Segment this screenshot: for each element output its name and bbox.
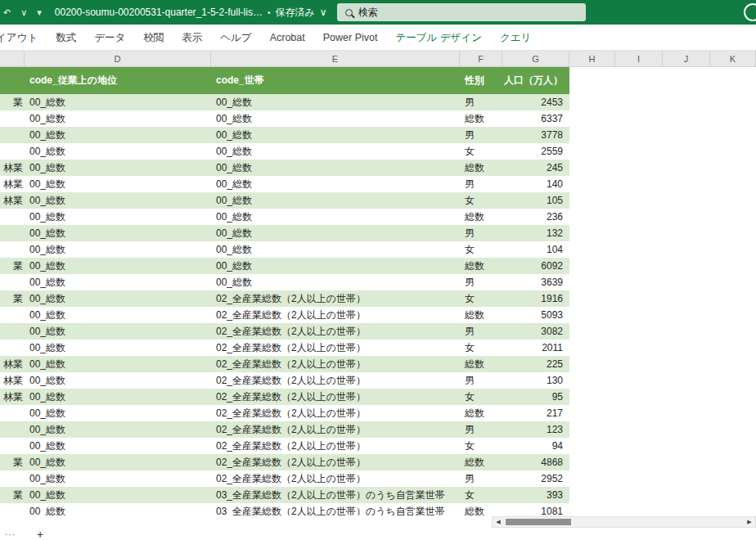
cell-code-household[interactable]: 00_総数 [211, 209, 460, 225]
empty-cells[interactable] [569, 225, 756, 241]
cell-code-position[interactable]: 00_総数 [25, 470, 211, 487]
cell-industry[interactable]: 業 [0, 454, 25, 470]
cell-sex[interactable]: 女 [460, 487, 502, 503]
ribbon-tab[interactable]: Power Pivot [314, 25, 387, 51]
empty-cells[interactable] [569, 176, 756, 192]
cell-sex[interactable]: 女 [460, 438, 502, 454]
cell-code-household[interactable]: 02_全産業総数（2人以上の世帯） [211, 421, 460, 438]
cell-industry[interactable] [0, 503, 25, 515]
cell-industry[interactable] [0, 421, 25, 438]
cell-population[interactable]: 105 [502, 192, 569, 209]
column-header-e[interactable]: E [211, 51, 460, 66]
empty-cells[interactable] [569, 143, 756, 160]
cell-code-household[interactable]: 00_総数 [211, 143, 460, 160]
cell-sex[interactable]: 女 [460, 192, 502, 209]
cell-code-household[interactable]: 00_総数 [211, 160, 460, 176]
cell-industry[interactable]: 業 [0, 258, 25, 274]
cell-code-position[interactable]: 00_総数 [25, 290, 211, 307]
empty-cells[interactable] [569, 340, 756, 356]
cell-sex[interactable]: 男 [460, 94, 502, 110]
cell-industry[interactable]: 林業 [0, 356, 25, 372]
cell-code-position[interactable]: 00_総数 [25, 110, 211, 127]
cell-code-household[interactable]: 02_全産業総数（2人以上の世帯） [211, 438, 460, 454]
cell-population[interactable]: 6092 [502, 258, 569, 274]
cell-sex[interactable]: 男 [460, 421, 502, 438]
cell-sex[interactable]: 女 [460, 389, 502, 405]
cell-code-position[interactable]: 00_総数 [25, 389, 211, 405]
cell-code-position[interactable]: 00_総数 [25, 372, 211, 389]
cell-code-household[interactable]: 03_全産業総数（2人以上の世帯）のうち自営業世帯 [211, 503, 460, 515]
empty-cells[interactable] [569, 192, 756, 209]
empty-cells[interactable] [569, 438, 756, 454]
empty-cells[interactable] [569, 503, 756, 515]
column-header-f[interactable]: F [460, 51, 502, 66]
cell-industry[interactable]: 林業 [0, 372, 25, 389]
cell-population[interactable]: 95 [502, 389, 569, 405]
cell-sex[interactable]: 総数 [460, 209, 502, 225]
empty-cells[interactable] [569, 290, 756, 307]
cell-code-household[interactable]: 00_総数 [211, 274, 460, 290]
cell-sex[interactable]: 男 [460, 323, 502, 340]
column-header-i[interactable]: I [615, 51, 663, 66]
empty-cells[interactable] [569, 372, 756, 389]
cell-industry[interactable] [0, 438, 25, 454]
cell-industry[interactable] [0, 470, 25, 487]
cell-population[interactable]: 6337 [502, 110, 569, 127]
cell-sex[interactable]: 女 [460, 241, 502, 258]
ribbon-tab[interactable]: クエリ [491, 25, 540, 51]
cell-code-position[interactable]: 00_総数 [25, 127, 211, 143]
cell-sex[interactable]: 総数 [460, 356, 502, 372]
cell-sex[interactable]: 女 [460, 290, 502, 307]
cell-population[interactable]: 1916 [502, 290, 569, 307]
cell-population[interactable]: 225 [502, 356, 569, 372]
cell-industry[interactable] [0, 307, 25, 323]
cell-industry[interactable]: 林業 [0, 160, 25, 176]
table-header-population[interactable]: 人口（万人） [502, 67, 569, 94]
cell-code-household[interactable]: 02_全産業総数（2人以上の世帯） [211, 290, 460, 307]
empty-cells[interactable] [569, 258, 756, 274]
cell-code-position[interactable]: 00_総数 [25, 274, 211, 290]
cell-industry[interactable]: 林業 [0, 192, 25, 209]
cell-code-household[interactable]: 02_全産業総数（2人以上の世帯） [211, 356, 460, 372]
column-header-k[interactable]: K [710, 51, 756, 66]
sheet-nav-icon[interactable]: ··· [0, 530, 16, 539]
cell-code-position[interactable]: 00_総数 [25, 503, 211, 515]
cell-sex[interactable]: 男 [460, 127, 502, 143]
cell-code-position[interactable]: 00_総数 [25, 356, 211, 372]
ribbon-tab[interactable]: イアウト [0, 25, 47, 51]
table-header-code-household[interactable]: code_世帯 [211, 67, 460, 94]
cell-code-household[interactable]: 02_全産業総数（2人以上の世帯） [211, 454, 460, 470]
cell-industry[interactable] [0, 323, 25, 340]
cell-population[interactable]: 217 [502, 405, 569, 421]
cell-code-position[interactable]: 00_総数 [25, 421, 211, 438]
empty-cells[interactable] [569, 209, 756, 225]
cell-sex[interactable]: 総数 [460, 454, 502, 470]
cell-code-position[interactable]: 00_総数 [25, 340, 211, 356]
cell-population[interactable]: 1081 [502, 503, 569, 515]
cell-industry[interactable]: 林業 [0, 389, 25, 405]
cell-population[interactable]: 130 [502, 372, 569, 389]
cell-population[interactable]: 393 [502, 487, 569, 503]
cell-population[interactable]: 3639 [502, 274, 569, 290]
cell-sex[interactable]: 総数 [460, 110, 502, 127]
cell-code-household[interactable]: 00_総数 [211, 127, 460, 143]
empty-cells[interactable] [569, 356, 756, 372]
cell-industry[interactable]: 林業 [0, 176, 25, 192]
cell-code-position[interactable]: 00_総数 [25, 454, 211, 470]
empty-cells[interactable] [569, 274, 756, 290]
cell-code-position[interactable]: 00_総数 [25, 258, 211, 274]
save-status[interactable]: 保存済み [275, 6, 314, 20]
cell-sex[interactable]: 総数 [460, 258, 502, 274]
cell-industry[interactable]: 業 [0, 487, 25, 503]
cell-code-position[interactable]: 00_総数 [25, 192, 211, 209]
ribbon-tab[interactable]: データ [85, 25, 134, 51]
cell-population[interactable]: 236 [502, 209, 569, 225]
undo-dropdown-caret-icon[interactable]: ∨ [20, 7, 27, 18]
cell-industry[interactable] [0, 127, 25, 143]
horizontal-scrollbar[interactable]: ◀ ▶ [492, 516, 756, 528]
cell-code-position[interactable]: 00_総数 [25, 241, 211, 258]
cell-industry[interactable]: 業 [0, 94, 25, 110]
customize-toolbar-icon[interactable]: ▾ [37, 7, 42, 18]
cell-sex[interactable]: 男 [460, 176, 502, 192]
cell-industry[interactable] [0, 405, 25, 421]
